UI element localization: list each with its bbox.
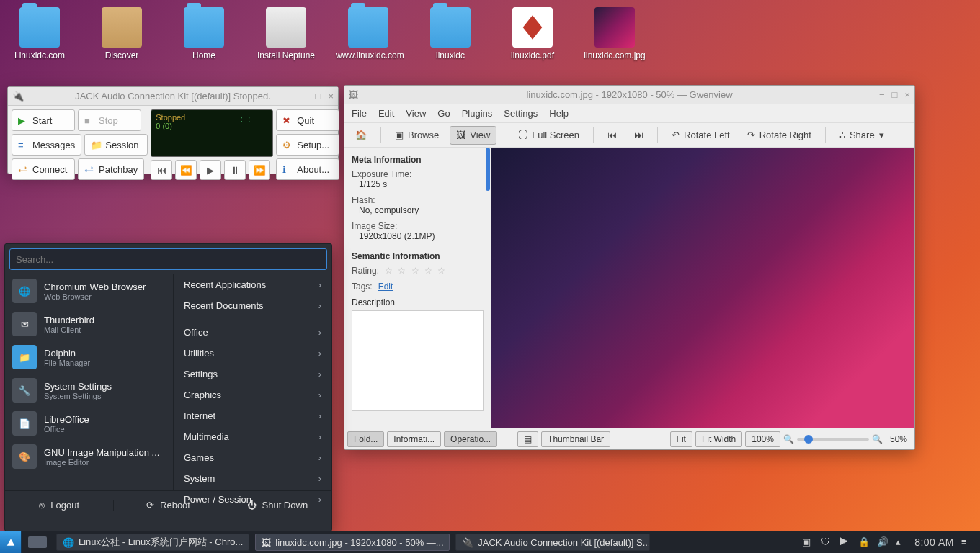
desktop-icon-discover[interactable]: Discover — [89, 7, 154, 60]
share-button[interactable]: ∴ Share ▾ — [833, 126, 891, 145]
zoom-fit-width[interactable]: Fit Width — [695, 431, 742, 447]
jack-transport: ⏮ ⏪ ▶ ⏸ ⏩ — [151, 160, 273, 180]
next-button[interactable]: ⏭ — [628, 126, 650, 145]
rating-stars[interactable]: ☆ ☆ ☆ ☆ ☆ — [385, 266, 447, 276]
tab-operations[interactable]: Operatio... — [444, 431, 497, 447]
zoom-slider[interactable] — [797, 438, 869, 441]
jack-title: JACK Audio Connection Kit [(default)] St… — [75, 91, 271, 102]
minimize-icon[interactable]: − — [303, 91, 308, 102]
desktop-icon-install-neptune[interactable]: Install Neptune — [254, 7, 318, 60]
menu-plugins[interactable]: Plugins — [462, 108, 493, 119]
cat-utilities[interactable]: Utilities› — [174, 343, 331, 364]
home-button[interactable]: 🏠 — [349, 126, 373, 145]
jack-about-button[interactable]: ℹAbout... — [276, 158, 339, 180]
menu-settings[interactable]: Settings — [504, 108, 538, 119]
task-gwenview[interactable]: 🖼linuxidc.com.jpg - 1920x1080 - 50% —... — [255, 534, 450, 551]
image-viewport[interactable] — [491, 148, 914, 428]
cat-recent-docs[interactable]: Recent Documents› — [174, 295, 331, 316]
prev-button[interactable]: ⏮ — [601, 126, 623, 145]
maximize-icon[interactable]: □ — [316, 91, 321, 102]
thumbnail-toggle[interactable]: ▤ — [517, 431, 538, 447]
tray-volume-icon[interactable]: 🔊 — [877, 536, 888, 548]
gwenview-titlebar[interactable]: 🖼 linuxidc.com.jpg - 1920x1080 - 50% — G… — [344, 86, 914, 104]
tray-expand-icon[interactable]: ▴ — [896, 536, 907, 548]
zoom-fit[interactable]: Fit — [670, 431, 692, 447]
tab-folders[interactable]: Fold... — [347, 431, 384, 447]
task-chrome[interactable]: 🌐Linux公社 - Linux系统门户网站 - Chro... — [56, 534, 249, 551]
app-gimp[interactable]: 🎨GNU Image Manipulation ...Image Editor — [5, 440, 173, 473]
desktop-icon-www-linuxidc[interactable]: www.linuxidc.com — [336, 7, 401, 60]
menu-file[interactable]: File — [352, 108, 367, 119]
image-placeholder — [491, 148, 914, 428]
menu-view[interactable]: View — [406, 108, 426, 119]
cat-office[interactable]: Office› — [174, 322, 331, 343]
desktop-icon-linuxidc-pdf[interactable]: linuxidc.pdf — [500, 7, 565, 60]
app-system-settings[interactable]: 🔧System SettingsSystem Settings — [5, 374, 173, 407]
cat-system[interactable]: System› — [174, 468, 331, 489]
description-box[interactable] — [352, 310, 484, 411]
minimize-icon[interactable]: − — [879, 89, 885, 100]
shutdown-button[interactable]: ⏻Shut Down — [223, 500, 331, 511]
jack-connect-button[interactable]: ⮂Connect — [12, 158, 75, 180]
app-thunderbird[interactable]: ✉ThunderbirdMail Client — [5, 307, 173, 341]
maximize-icon[interactable]: □ — [892, 89, 898, 100]
back-button[interactable]: ⏪ — [175, 160, 197, 180]
menu-edit[interactable]: Edit — [378, 108, 394, 119]
search-input[interactable] — [16, 254, 321, 265]
zoom-in-icon[interactable]: 🔍 — [872, 434, 883, 444]
jack-session-button[interactable]: 📁Session — [84, 134, 148, 156]
close-icon[interactable]: × — [904, 89, 910, 100]
tray-security-icon[interactable]: 🛡 — [821, 536, 832, 548]
cat-multimedia[interactable]: Multimedia› — [174, 426, 331, 447]
jack-start-button[interactable]: ▶Start — [12, 109, 75, 131]
jack-quit-button[interactable]: ✖Quit — [276, 109, 339, 131]
scrollbar[interactable] — [486, 148, 490, 191]
cat-internet[interactable]: Internet› — [174, 405, 331, 426]
clock[interactable]: 8:00 AM — [914, 536, 954, 548]
desktop-icon-linuxidc-jpg[interactable]: linuxidc.com.jpg — [582, 7, 647, 60]
jack-titlebar[interactable]: 🔌 JACK Audio Connection Kit [(default)] … — [8, 87, 338, 106]
edit-tags-link[interactable]: Edit — [378, 282, 393, 292]
browse-tab[interactable]: ▣ Browse — [388, 126, 445, 145]
rotate-right-button[interactable]: ↷ Rotate Right — [741, 126, 818, 145]
tray-clipboard-icon[interactable]: ▣ — [802, 536, 814, 548]
tray-usb-icon[interactable]: ⯈ — [839, 536, 851, 548]
menu-help[interactable]: Help — [549, 108, 569, 119]
cat-games[interactable]: Games› — [174, 447, 331, 468]
workspace-pager[interactable] — [22, 531, 53, 553]
jack-patchbay-button[interactable]: ⮂Patchbay — [78, 158, 144, 180]
play-button[interactable]: ▶ — [200, 160, 221, 180]
tray-menu-icon[interactable]: ≡ — [961, 536, 973, 548]
pause-button[interactable]: ⏸ — [224, 160, 246, 180]
cat-graphics[interactable]: Graphics› — [174, 385, 331, 405]
logout-button[interactable]: ⎋Logout — [5, 500, 113, 511]
cat-recent-apps[interactable]: Recent Applications› — [174, 274, 331, 295]
tray-lock-icon[interactable]: 🔒 — [858, 536, 870, 548]
zoom-out-icon[interactable]: 🔍 — [783, 434, 794, 444]
app-dolphin[interactable]: 📁DolphinFile Manager — [5, 341, 173, 374]
app-chromium[interactable]: 🌐Chromium Web BrowserWeb Browser — [5, 274, 173, 307]
start-button[interactable] — [0, 531, 22, 553]
menu-go[interactable]: Go — [437, 108, 450, 119]
rewind-button[interactable]: ⏮ — [151, 160, 172, 180]
view-tab[interactable]: 🖼 View — [450, 126, 496, 145]
zoom-100[interactable]: 100% — [745, 431, 780, 447]
fullscreen-button[interactable]: ⛶ Full Screen — [512, 126, 586, 145]
desktop-icon-linuxidc[interactable]: linuxidc — [418, 7, 483, 60]
thumbnail-bar-button[interactable]: Thumbnail Bar — [541, 431, 610, 447]
task-jack[interactable]: 🔌JACK Audio Connection Kit [(default)] S… — [455, 534, 650, 551]
app-libreoffice[interactable]: 📄LibreOfficeOffice — [5, 407, 173, 440]
tab-information[interactable]: Informati... — [387, 431, 441, 447]
close-icon[interactable]: × — [328, 91, 334, 102]
desktop-icon-home[interactable]: Home — [172, 7, 236, 60]
reboot-button[interactable]: ⟳Reboot — [113, 500, 222, 511]
jack-stop-button[interactable]: ■Stop — [78, 109, 141, 131]
jack-setup-button[interactable]: ⚙Setup... — [276, 134, 339, 156]
rotate-left-button[interactable]: ↶ Rotate Left — [665, 126, 736, 145]
forward-button[interactable]: ⏩ — [249, 160, 270, 180]
cat-settings[interactable]: Settings› — [174, 364, 331, 385]
jack-messages-button[interactable]: ≡Messages — [12, 134, 81, 156]
desktop-icon-linuxidc-com[interactable]: Linuxidc.com — [7, 7, 72, 60]
search-field[interactable] — [9, 248, 327, 270]
gwenview-title: linuxidc.com.jpg - 1920x1080 - 50% — Gwe… — [526, 89, 732, 100]
